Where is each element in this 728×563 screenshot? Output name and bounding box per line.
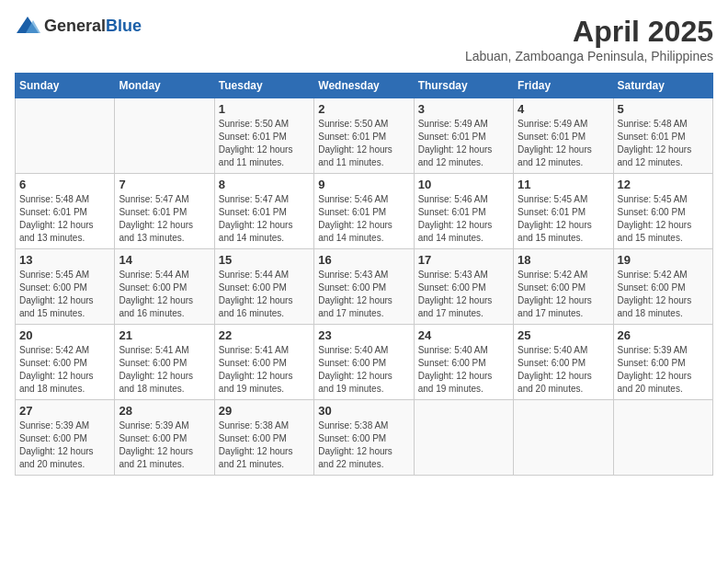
calendar-cell: 28Sunrise: 5:39 AM Sunset: 6:00 PM Dayli… <box>115 400 214 476</box>
day-number: 9 <box>318 178 409 191</box>
calendar-cell: 24Sunrise: 5:40 AM Sunset: 6:00 PM Dayli… <box>414 325 513 400</box>
day-info: Sunrise: 5:45 AM Sunset: 6:00 PM Dayligh… <box>19 269 110 320</box>
day-info: Sunrise: 5:39 AM Sunset: 6:00 PM Dayligh… <box>119 419 210 471</box>
header: GeneralBlue April 2025 Labuan, Zamboanga… <box>15 15 713 63</box>
day-number: 26 <box>618 328 709 342</box>
calendar-cell: 8Sunrise: 5:47 AM Sunset: 6:01 PM Daylig… <box>214 174 313 249</box>
calendar-header: SundayMondayTuesdayWednesdayThursdayFrid… <box>16 74 713 98</box>
logo: GeneralBlue <box>15 15 142 37</box>
calendar-cell: 23Sunrise: 5:40 AM Sunset: 6:00 PM Dayli… <box>314 325 414 400</box>
day-info: Sunrise: 5:42 AM Sunset: 6:00 PM Dayligh… <box>618 269 709 320</box>
day-info: Sunrise: 5:41 AM Sunset: 6:00 PM Dayligh… <box>219 344 310 396</box>
day-number: 2 <box>318 102 409 116</box>
calendar-cell: 29Sunrise: 5:38 AM Sunset: 6:00 PM Dayli… <box>214 400 313 476</box>
calendar-cell: 5Sunrise: 5:48 AM Sunset: 6:01 PM Daylig… <box>613 98 712 174</box>
day-info: Sunrise: 5:38 AM Sunset: 6:00 PM Dayligh… <box>219 419 310 471</box>
day-of-week-header: Tuesday <box>214 74 313 98</box>
day-number: 14 <box>119 253 210 267</box>
calendar-cell: 10Sunrise: 5:46 AM Sunset: 6:01 PM Dayli… <box>414 174 513 249</box>
calendar-body: 1Sunrise: 5:50 AM Sunset: 6:01 PM Daylig… <box>16 98 713 476</box>
calendar-cell: 20Sunrise: 5:42 AM Sunset: 6:00 PM Dayli… <box>16 325 115 400</box>
day-info: Sunrise: 5:50 AM Sunset: 6:01 PM Dayligh… <box>318 118 409 169</box>
day-number: 28 <box>119 404 210 418</box>
day-number: 21 <box>119 328 210 342</box>
calendar-cell: 7Sunrise: 5:47 AM Sunset: 6:01 PM Daylig… <box>115 174 214 249</box>
logo-general-text: General <box>44 17 106 35</box>
day-number: 30 <box>318 404 409 418</box>
day-number: 24 <box>418 328 509 342</box>
calendar-cell: 15Sunrise: 5:44 AM Sunset: 6:00 PM Dayli… <box>214 249 313 325</box>
day-number: 16 <box>318 253 409 267</box>
calendar-week-row: 1Sunrise: 5:50 AM Sunset: 6:01 PM Daylig… <box>16 98 713 174</box>
day-info: Sunrise: 5:47 AM Sunset: 6:01 PM Dayligh… <box>219 193 310 245</box>
day-info: Sunrise: 5:39 AM Sunset: 6:00 PM Dayligh… <box>19 419 110 471</box>
day-info: Sunrise: 5:43 AM Sunset: 6:00 PM Dayligh… <box>418 269 509 320</box>
calendar-cell: 1Sunrise: 5:50 AM Sunset: 6:01 PM Daylig… <box>214 98 313 174</box>
day-number: 13 <box>19 253 110 267</box>
day-info: Sunrise: 5:42 AM Sunset: 6:00 PM Dayligh… <box>518 269 609 320</box>
day-info: Sunrise: 5:40 AM Sunset: 6:00 PM Dayligh… <box>418 344 509 396</box>
day-number: 12 <box>618 178 709 191</box>
calendar-cell: 11Sunrise: 5:45 AM Sunset: 6:01 PM Dayli… <box>514 174 613 249</box>
day-number: 22 <box>219 328 310 342</box>
day-info: Sunrise: 5:44 AM Sunset: 6:00 PM Dayligh… <box>119 269 210 320</box>
day-number: 17 <box>418 253 509 267</box>
day-number: 5 <box>618 102 709 116</box>
logo-blue-text: Blue <box>106 17 142 35</box>
day-number: 27 <box>19 404 110 418</box>
day-info: Sunrise: 5:38 AM Sunset: 6:00 PM Dayligh… <box>318 419 409 471</box>
calendar-cell: 27Sunrise: 5:39 AM Sunset: 6:00 PM Dayli… <box>16 400 115 476</box>
calendar-cell: 22Sunrise: 5:41 AM Sunset: 6:00 PM Dayli… <box>214 325 313 400</box>
day-of-week-header: Saturday <box>613 74 712 98</box>
day-of-week-header: Wednesday <box>314 74 414 98</box>
day-number: 1 <box>219 102 310 116</box>
calendar-cell: 9Sunrise: 5:46 AM Sunset: 6:01 PM Daylig… <box>314 174 414 249</box>
day-number: 4 <box>518 102 609 116</box>
day-number: 6 <box>19 178 110 191</box>
calendar-cell: 21Sunrise: 5:41 AM Sunset: 6:00 PM Dayli… <box>115 325 214 400</box>
calendar-cell: 13Sunrise: 5:45 AM Sunset: 6:00 PM Dayli… <box>16 249 115 325</box>
calendar-week-row: 20Sunrise: 5:42 AM Sunset: 6:00 PM Dayli… <box>16 325 713 400</box>
calendar-cell: 2Sunrise: 5:50 AM Sunset: 6:01 PM Daylig… <box>314 98 414 174</box>
day-info: Sunrise: 5:49 AM Sunset: 6:01 PM Dayligh… <box>418 118 509 169</box>
calendar-week-row: 13Sunrise: 5:45 AM Sunset: 6:00 PM Dayli… <box>16 249 713 325</box>
day-number: 19 <box>618 253 709 267</box>
day-info: Sunrise: 5:42 AM Sunset: 6:00 PM Dayligh… <box>19 344 110 396</box>
calendar-cell <box>613 400 712 476</box>
calendar-cell: 30Sunrise: 5:38 AM Sunset: 6:00 PM Dayli… <box>314 400 414 476</box>
page-title: April 2025 <box>465 15 713 49</box>
calendar-cell: 26Sunrise: 5:39 AM Sunset: 6:00 PM Dayli… <box>613 325 712 400</box>
day-info: Sunrise: 5:40 AM Sunset: 6:00 PM Dayligh… <box>318 344 409 396</box>
calendar-cell: 6Sunrise: 5:48 AM Sunset: 6:01 PM Daylig… <box>16 174 115 249</box>
day-info: Sunrise: 5:40 AM Sunset: 6:00 PM Dayligh… <box>518 344 609 396</box>
day-of-week-header: Sunday <box>16 74 115 98</box>
day-info: Sunrise: 5:47 AM Sunset: 6:01 PM Dayligh… <box>119 193 210 245</box>
calendar-cell: 17Sunrise: 5:43 AM Sunset: 6:00 PM Dayli… <box>414 249 513 325</box>
calendar-cell: 4Sunrise: 5:49 AM Sunset: 6:01 PM Daylig… <box>514 98 613 174</box>
calendar-cell: 18Sunrise: 5:42 AM Sunset: 6:00 PM Dayli… <box>514 249 613 325</box>
calendar-table: SundayMondayTuesdayWednesdayThursdayFrid… <box>15 73 713 476</box>
calendar-cell: 16Sunrise: 5:43 AM Sunset: 6:00 PM Dayli… <box>314 249 414 325</box>
calendar-cell <box>414 400 513 476</box>
day-info: Sunrise: 5:45 AM Sunset: 6:00 PM Dayligh… <box>618 193 709 245</box>
day-number: 8 <box>219 178 310 191</box>
calendar-cell <box>16 98 115 174</box>
calendar-cell <box>115 98 214 174</box>
day-number: 7 <box>119 178 210 191</box>
day-info: Sunrise: 5:41 AM Sunset: 6:00 PM Dayligh… <box>119 344 210 396</box>
day-number: 25 <box>518 328 609 342</box>
calendar-cell: 19Sunrise: 5:42 AM Sunset: 6:00 PM Dayli… <box>613 249 712 325</box>
title-area: April 2025 Labuan, Zamboanga Peninsula, … <box>465 15 713 63</box>
day-info: Sunrise: 5:43 AM Sunset: 6:00 PM Dayligh… <box>318 269 409 320</box>
day-of-week-header: Monday <box>115 74 214 98</box>
day-info: Sunrise: 5:46 AM Sunset: 6:01 PM Dayligh… <box>318 193 409 245</box>
day-info: Sunrise: 5:50 AM Sunset: 6:01 PM Dayligh… <box>219 118 310 169</box>
day-number: 11 <box>518 178 609 191</box>
day-info: Sunrise: 5:46 AM Sunset: 6:01 PM Dayligh… <box>418 193 509 245</box>
calendar-cell: 3Sunrise: 5:49 AM Sunset: 6:01 PM Daylig… <box>414 98 513 174</box>
page-subtitle: Labuan, Zamboanga Peninsula, Philippines <box>465 49 713 63</box>
day-info: Sunrise: 5:48 AM Sunset: 6:01 PM Dayligh… <box>19 193 110 245</box>
day-number: 23 <box>318 328 409 342</box>
day-info: Sunrise: 5:44 AM Sunset: 6:00 PM Dayligh… <box>219 269 310 320</box>
calendar-week-row: 6Sunrise: 5:48 AM Sunset: 6:01 PM Daylig… <box>16 174 713 249</box>
